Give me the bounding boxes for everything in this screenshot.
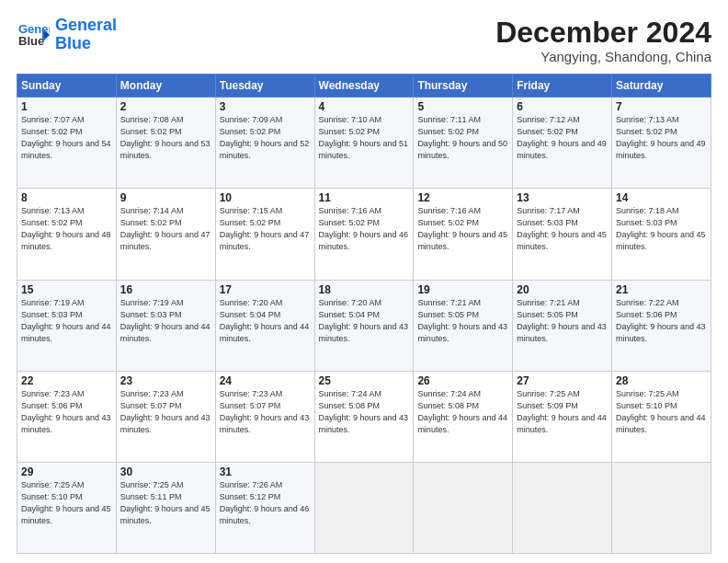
day-info: Sunrise: 7:15 AM Sunset: 5:02 PM Dayligh… (220, 205, 311, 253)
day-info: Sunrise: 7:19 AM Sunset: 5:03 PM Dayligh… (21, 297, 112, 345)
day-number: 31 (220, 465, 311, 478)
day-info: Sunrise: 7:20 AM Sunset: 5:04 PM Dayligh… (319, 297, 410, 345)
day-number: 20 (517, 283, 608, 296)
calendar-day-cell: 1 Sunrise: 7:07 AM Sunset: 5:02 PM Dayli… (17, 98, 117, 189)
calendar-week-row: 15 Sunrise: 7:19 AM Sunset: 5:03 PM Dayl… (17, 280, 711, 371)
day-info: Sunrise: 7:24 AM Sunset: 5:08 PM Dayligh… (319, 388, 410, 436)
day-info: Sunrise: 7:12 AM Sunset: 5:02 PM Dayligh… (517, 114, 608, 162)
day-info: Sunrise: 7:23 AM Sunset: 5:06 PM Dayligh… (21, 388, 112, 436)
calendar-day-cell: 4 Sunrise: 7:10 AM Sunset: 5:02 PM Dayli… (314, 98, 414, 189)
calendar-day-cell: 30 Sunrise: 7:25 AM Sunset: 5:11 PM Dayl… (116, 462, 215, 553)
calendar-day-cell: 11 Sunrise: 7:16 AM Sunset: 5:02 PM Dayl… (314, 189, 414, 280)
calendar-day-header: Friday (513, 75, 612, 98)
logo-line1: General (55, 16, 117, 34)
day-number: 21 (616, 283, 707, 296)
day-number: 14 (616, 191, 707, 204)
day-number: 16 (120, 283, 211, 296)
day-number: 7 (616, 100, 707, 113)
day-info: Sunrise: 7:20 AM Sunset: 5:04 PM Dayligh… (220, 297, 311, 345)
calendar-week-row: 22 Sunrise: 7:23 AM Sunset: 5:06 PM Dayl… (17, 371, 711, 462)
day-number: 30 (120, 465, 211, 478)
day-info: Sunrise: 7:14 AM Sunset: 5:02 PM Dayligh… (120, 205, 211, 253)
day-info: Sunrise: 7:23 AM Sunset: 5:07 PM Dayligh… (220, 388, 311, 436)
day-number: 17 (220, 283, 311, 296)
calendar-day-cell: 20 Sunrise: 7:21 AM Sunset: 5:05 PM Dayl… (513, 280, 612, 371)
calendar-day-header: Wednesday (314, 75, 414, 98)
day-info: Sunrise: 7:08 AM Sunset: 5:02 PM Dayligh… (120, 114, 211, 162)
day-info: Sunrise: 7:18 AM Sunset: 5:03 PM Dayligh… (616, 205, 707, 253)
calendar-day-cell: 24 Sunrise: 7:23 AM Sunset: 5:07 PM Dayl… (215, 371, 314, 462)
calendar-header-row: SundayMondayTuesdayWednesdayThursdayFrid… (17, 75, 711, 98)
day-info: Sunrise: 7:25 AM Sunset: 5:11 PM Dayligh… (120, 479, 211, 527)
day-number: 18 (319, 283, 410, 296)
calendar-day-header: Saturday (612, 75, 711, 98)
day-info: Sunrise: 7:11 AM Sunset: 5:02 PM Dayligh… (417, 114, 508, 162)
calendar-day-cell: 25 Sunrise: 7:24 AM Sunset: 5:08 PM Dayl… (314, 371, 414, 462)
calendar-day-cell: 8 Sunrise: 7:13 AM Sunset: 5:02 PM Dayli… (17, 189, 117, 280)
day-number: 5 (417, 100, 508, 113)
calendar-day-cell: 3 Sunrise: 7:09 AM Sunset: 5:02 PM Dayli… (215, 98, 314, 189)
calendar-day-cell: 13 Sunrise: 7:17 AM Sunset: 5:03 PM Dayl… (513, 189, 612, 280)
day-info: Sunrise: 7:19 AM Sunset: 5:03 PM Dayligh… (120, 297, 211, 345)
day-number: 22 (21, 374, 112, 387)
day-info: Sunrise: 7:07 AM Sunset: 5:02 PM Dayligh… (21, 114, 112, 162)
logo: General Blue General Blue (17, 17, 117, 53)
day-number: 13 (517, 191, 608, 204)
calendar-week-row: 8 Sunrise: 7:13 AM Sunset: 5:02 PM Dayli… (17, 189, 711, 280)
day-number: 27 (517, 374, 608, 387)
svg-text:Blue: Blue (18, 34, 44, 48)
calendar-day-cell: 7 Sunrise: 7:13 AM Sunset: 5:02 PM Dayli… (612, 98, 711, 189)
calendar-day-cell: 31 Sunrise: 7:26 AM Sunset: 5:12 PM Dayl… (215, 462, 314, 553)
calendar-day-header: Sunday (17, 75, 117, 98)
day-info: Sunrise: 7:25 AM Sunset: 5:10 PM Dayligh… (616, 388, 707, 436)
calendar-day-cell: 2 Sunrise: 7:08 AM Sunset: 5:02 PM Dayli… (116, 98, 215, 189)
day-info: Sunrise: 7:16 AM Sunset: 5:02 PM Dayligh… (319, 205, 410, 253)
calendar-day-cell: 9 Sunrise: 7:14 AM Sunset: 5:02 PM Dayli… (116, 189, 215, 280)
day-number: 2 (120, 100, 211, 113)
day-number: 6 (517, 100, 608, 113)
day-number: 23 (120, 374, 211, 387)
calendar-day-cell: 12 Sunrise: 7:16 AM Sunset: 5:02 PM Dayl… (414, 189, 513, 280)
calendar-day-cell: 17 Sunrise: 7:20 AM Sunset: 5:04 PM Dayl… (215, 280, 314, 371)
day-number: 8 (21, 191, 112, 204)
day-number: 11 (319, 191, 410, 204)
day-info: Sunrise: 7:26 AM Sunset: 5:12 PM Dayligh… (220, 479, 311, 527)
calendar-day-cell: 6 Sunrise: 7:12 AM Sunset: 5:02 PM Dayli… (513, 98, 612, 189)
day-number: 9 (120, 191, 211, 204)
day-info: Sunrise: 7:21 AM Sunset: 5:05 PM Dayligh… (417, 297, 508, 345)
day-info: Sunrise: 7:16 AM Sunset: 5:02 PM Dayligh… (417, 205, 508, 253)
day-number: 26 (417, 374, 508, 387)
day-number: 15 (21, 283, 112, 296)
day-info: Sunrise: 7:09 AM Sunset: 5:02 PM Dayligh… (220, 114, 311, 162)
calendar-week-row: 1 Sunrise: 7:07 AM Sunset: 5:02 PM Dayli… (17, 98, 711, 189)
calendar-week-row: 29 Sunrise: 7:25 AM Sunset: 5:10 PM Dayl… (17, 462, 711, 553)
calendar-day-header: Thursday (414, 75, 513, 98)
logo-icon: General Blue (17, 18, 50, 52)
calendar-day-cell: 16 Sunrise: 7:19 AM Sunset: 5:03 PM Dayl… (116, 280, 215, 371)
day-number: 19 (417, 283, 508, 296)
day-info: Sunrise: 7:23 AM Sunset: 5:07 PM Dayligh… (120, 388, 211, 436)
day-info: Sunrise: 7:21 AM Sunset: 5:05 PM Dayligh… (517, 297, 608, 345)
calendar-day-cell (314, 462, 414, 553)
day-info: Sunrise: 7:25 AM Sunset: 5:09 PM Dayligh… (517, 388, 608, 436)
day-info: Sunrise: 7:13 AM Sunset: 5:02 PM Dayligh… (616, 114, 707, 162)
calendar-day-cell: 10 Sunrise: 7:15 AM Sunset: 5:02 PM Dayl… (215, 189, 314, 280)
calendar-day-header: Monday (116, 75, 215, 98)
calendar-day-cell: 18 Sunrise: 7:20 AM Sunset: 5:04 PM Dayl… (314, 280, 414, 371)
day-number: 10 (220, 191, 311, 204)
page: General Blue General Blue December 2024 … (0, 0, 728, 563)
day-number: 28 (616, 374, 707, 387)
day-info: Sunrise: 7:24 AM Sunset: 5:08 PM Dayligh… (417, 388, 508, 436)
calendar-day-cell: 21 Sunrise: 7:22 AM Sunset: 5:06 PM Dayl… (612, 280, 711, 371)
calendar-day-cell: 5 Sunrise: 7:11 AM Sunset: 5:02 PM Dayli… (414, 98, 513, 189)
day-info: Sunrise: 7:22 AM Sunset: 5:06 PM Dayligh… (616, 297, 707, 345)
day-number: 4 (319, 100, 410, 113)
day-info: Sunrise: 7:10 AM Sunset: 5:02 PM Dayligh… (319, 114, 410, 162)
header: General Blue General Blue December 2024 … (17, 17, 711, 64)
day-info: Sunrise: 7:25 AM Sunset: 5:10 PM Dayligh… (21, 479, 112, 527)
calendar-table: SundayMondayTuesdayWednesdayThursdayFrid… (17, 74, 711, 554)
day-number: 12 (417, 191, 508, 204)
main-title: December 2024 (495, 17, 711, 49)
calendar-day-cell: 23 Sunrise: 7:23 AM Sunset: 5:07 PM Dayl… (116, 371, 215, 462)
logo-line2: Blue (55, 34, 91, 52)
